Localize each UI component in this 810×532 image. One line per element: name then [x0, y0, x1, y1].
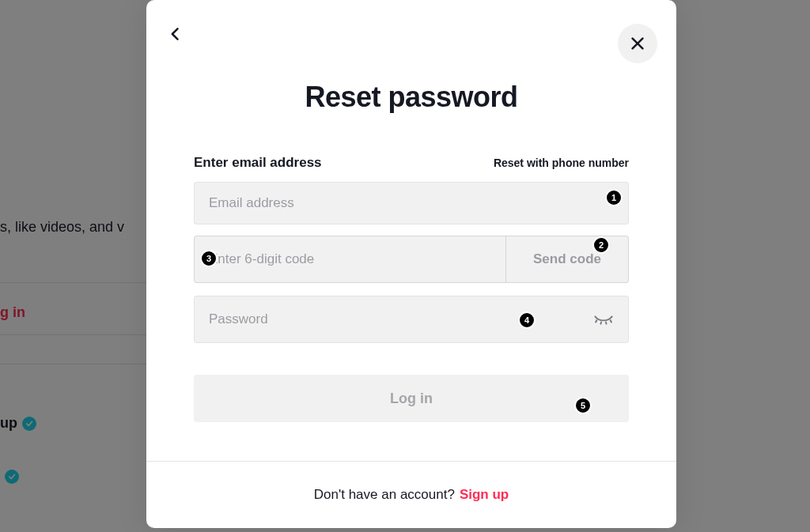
modal-title: Reset password — [194, 81, 629, 114]
code-field-wrapper — [194, 236, 506, 283]
annotation-badge-1: 1 — [605, 189, 623, 206]
label-row: Enter email address Reset with phone num… — [194, 155, 629, 171]
reset-with-phone-link[interactable]: Reset with phone number — [494, 157, 629, 169]
annotation-badge-3: 3 — [200, 250, 218, 267]
modal-footer: Don't have an account? Sign up — [146, 461, 676, 528]
close-icon — [629, 35, 646, 52]
modal-body: Reset password Enter email address Reset… — [146, 55, 676, 461]
reset-password-modal: Reset password Enter email address Reset… — [146, 0, 676, 528]
chevron-left-icon — [168, 26, 184, 42]
email-field-wrapper — [194, 182, 629, 224]
email-label: Enter email address — [194, 155, 322, 171]
email-input[interactable] — [209, 195, 614, 211]
svg-line-5 — [610, 319, 611, 323]
send-code-button[interactable]: Send code — [506, 236, 629, 283]
svg-line-2 — [596, 319, 597, 323]
svg-line-3 — [600, 321, 601, 324]
footer-text: Don't have an account? — [314, 487, 455, 503]
code-row: Send code — [194, 236, 629, 283]
back-button[interactable] — [164, 22, 187, 46]
password-input[interactable] — [209, 311, 593, 327]
login-button[interactable]: Log in — [194, 375, 629, 422]
toggle-password-visibility-button[interactable] — [593, 314, 614, 325]
signup-link[interactable]: Sign up — [460, 487, 509, 503]
annotation-badge-2: 2 — [592, 236, 610, 254]
password-field-wrapper — [194, 296, 629, 343]
code-input[interactable] — [209, 251, 491, 267]
modal-header — [146, 0, 676, 55]
annotation-badge-4: 4 — [518, 311, 536, 329]
close-button[interactable] — [618, 24, 657, 63]
annotation-badge-5: 5 — [574, 397, 592, 414]
svg-line-4 — [606, 321, 607, 324]
eye-closed-icon — [593, 315, 614, 325]
